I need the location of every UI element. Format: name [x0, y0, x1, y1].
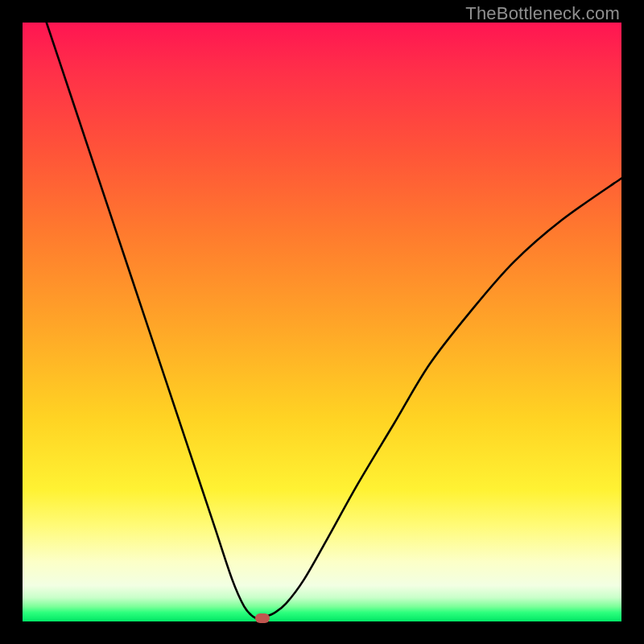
min-marker — [255, 613, 270, 623]
watermark-text: TheBottleneck.com — [465, 3, 620, 24]
bottleneck-curve — [23, 23, 621, 621]
chart-frame: TheBottleneck.com — [0, 0, 644, 644]
